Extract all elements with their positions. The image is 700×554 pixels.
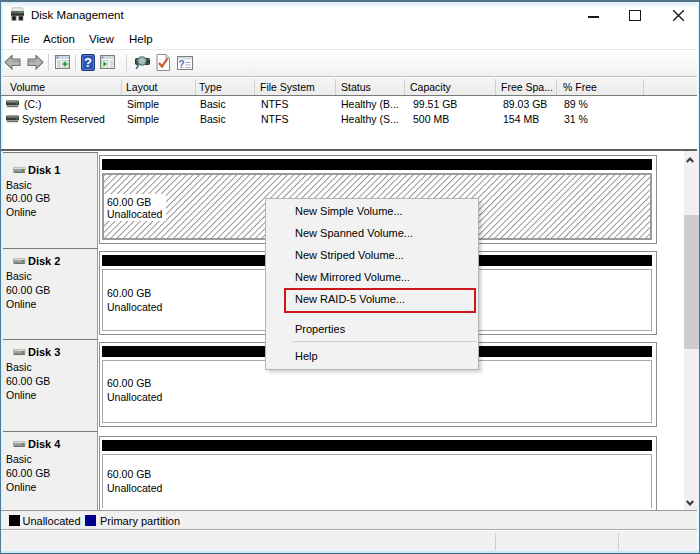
svg-text:?: ?	[84, 55, 92, 70]
svg-text:?: ?	[178, 58, 184, 70]
